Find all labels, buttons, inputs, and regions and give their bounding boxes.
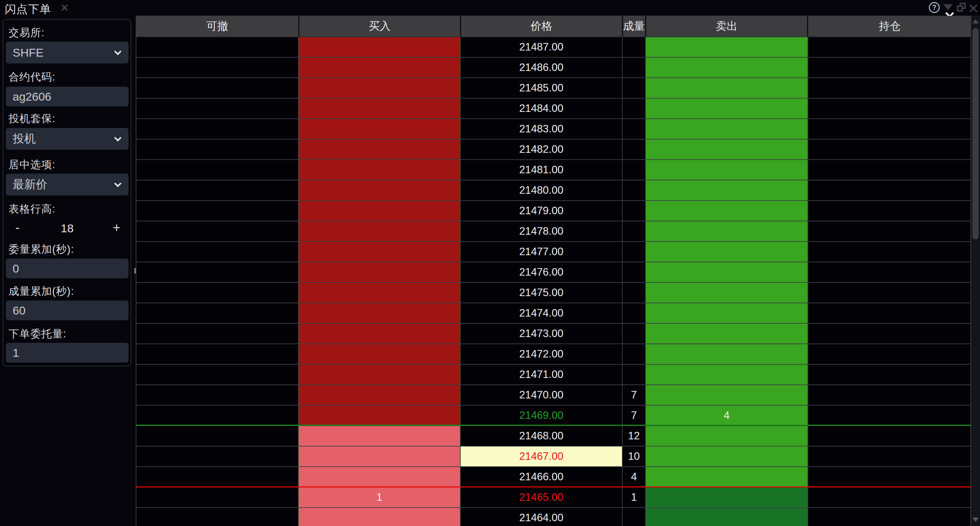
cancel-cell[interactable] bbox=[136, 324, 299, 344]
contract-code-field[interactable]: ag2606 bbox=[6, 87, 129, 107]
sell-cell[interactable]: 4 bbox=[646, 406, 808, 426]
cancel-cell[interactable] bbox=[136, 446, 299, 466]
sell-cell[interactable] bbox=[646, 262, 808, 282]
scroll-down-arrow-icon[interactable] bbox=[972, 518, 978, 522]
price-cell: 21466.00 bbox=[461, 467, 623, 487]
sell-cell[interactable] bbox=[646, 242, 808, 261]
sell-cell[interactable] bbox=[646, 180, 808, 200]
cancel-cell[interactable] bbox=[136, 140, 299, 159]
sell-cell[interactable] bbox=[646, 140, 808, 159]
sell-cell[interactable] bbox=[646, 385, 808, 405]
cancel-cell[interactable] bbox=[136, 488, 299, 507]
buy-cell[interactable] bbox=[299, 324, 461, 344]
sell-cell[interactable] bbox=[646, 488, 808, 507]
cancel-cell[interactable] bbox=[136, 222, 299, 241]
price-cell: 21481.00 bbox=[461, 160, 623, 180]
buy-cell[interactable] bbox=[299, 508, 461, 526]
restore-window-icon[interactable] bbox=[957, 3, 967, 13]
cancel-cell[interactable] bbox=[136, 426, 299, 446]
buy-cell[interactable] bbox=[299, 222, 461, 241]
buy-cell[interactable] bbox=[299, 262, 461, 282]
cancel-cell[interactable] bbox=[136, 508, 299, 526]
buy-cell[interactable] bbox=[299, 467, 461, 487]
sell-cell[interactable] bbox=[646, 426, 808, 446]
sell-cell[interactable] bbox=[646, 365, 808, 384]
sell-cell[interactable] bbox=[646, 57, 808, 77]
order-qty-field[interactable]: 1 bbox=[6, 343, 129, 363]
buy-cell[interactable] bbox=[299, 201, 461, 221]
buy-cell[interactable] bbox=[299, 99, 461, 118]
buy-cell[interactable] bbox=[299, 365, 461, 384]
ladder-row: 21484.00 bbox=[136, 98, 971, 118]
table-scrollbar[interactable] bbox=[971, 16, 980, 526]
buy-cell[interactable] bbox=[299, 283, 461, 303]
sell-cell[interactable] bbox=[646, 119, 808, 139]
sell-cell[interactable] bbox=[646, 78, 808, 98]
cancel-cell[interactable] bbox=[136, 160, 299, 180]
hedge-flag-select[interactable]: 投机 bbox=[6, 128, 129, 150]
sell-cell[interactable] bbox=[646, 222, 808, 241]
buy-cell[interactable] bbox=[299, 446, 461, 466]
order-volume-accum-field[interactable]: 0 bbox=[6, 258, 129, 278]
sell-cell[interactable] bbox=[646, 201, 808, 221]
cancel-cell[interactable] bbox=[136, 201, 299, 221]
sell-cell[interactable] bbox=[646, 99, 808, 118]
dropdown-triangle-icon[interactable] bbox=[943, 4, 953, 10]
cancel-cell[interactable] bbox=[136, 262, 299, 282]
scrollbar-thumb[interactable] bbox=[972, 28, 978, 239]
trade-volume-accum-field[interactable]: 60 bbox=[6, 301, 129, 320]
buy-cell[interactable] bbox=[299, 426, 461, 446]
sell-cell[interactable] bbox=[646, 283, 808, 303]
cancel-cell[interactable] bbox=[136, 242, 299, 261]
buy-cell[interactable] bbox=[299, 119, 461, 139]
center-option-select[interactable]: 最新价 bbox=[6, 174, 129, 196]
buy-cell[interactable] bbox=[299, 242, 461, 261]
buy-cell[interactable] bbox=[299, 160, 461, 180]
sell-cell[interactable] bbox=[646, 446, 808, 466]
cancel-cell[interactable] bbox=[136, 303, 299, 323]
buy-cell[interactable] bbox=[299, 303, 461, 323]
sell-cell[interactable] bbox=[646, 160, 808, 180]
buy-cell[interactable] bbox=[299, 344, 461, 364]
row-height-increase-button[interactable]: + bbox=[113, 220, 120, 235]
volume-cell bbox=[623, 180, 646, 200]
sell-cell[interactable] bbox=[646, 324, 808, 344]
buy-cell[interactable] bbox=[299, 180, 461, 200]
cancel-cell[interactable] bbox=[136, 467, 299, 487]
scroll-up-arrow-icon[interactable] bbox=[972, 19, 978, 24]
cancel-cell[interactable] bbox=[136, 78, 299, 98]
ladder-row: 21478.00 bbox=[136, 221, 971, 241]
buy-cell[interactable] bbox=[299, 78, 461, 98]
cancel-cell[interactable] bbox=[136, 406, 299, 426]
buy-cell[interactable] bbox=[299, 385, 461, 405]
trade-volume-accum-value: 60 bbox=[13, 304, 25, 317]
header-position: 持仓 bbox=[808, 16, 971, 37]
ladder-row: 21475.00 bbox=[136, 282, 971, 303]
sell-cell[interactable] bbox=[646, 467, 808, 487]
price-cell: 21464.00 bbox=[461, 508, 623, 526]
cancel-cell[interactable] bbox=[136, 385, 299, 405]
cancel-cell[interactable] bbox=[136, 283, 299, 303]
cancel-cell[interactable] bbox=[136, 57, 299, 77]
cancel-cell[interactable] bbox=[136, 365, 299, 384]
cancel-cell[interactable] bbox=[136, 180, 299, 200]
cancel-cell[interactable] bbox=[136, 119, 299, 139]
close-window-icon[interactable]: ✕ bbox=[968, 1, 979, 16]
sell-cell[interactable] bbox=[646, 303, 808, 323]
buy-cell[interactable] bbox=[299, 140, 461, 159]
cancel-cell[interactable] bbox=[136, 37, 299, 57]
sell-cell[interactable] bbox=[646, 508, 808, 526]
tab-close-icon[interactable]: ✕ bbox=[60, 2, 69, 14]
help-icon[interactable]: ? bbox=[929, 2, 940, 13]
cancel-cell[interactable] bbox=[136, 344, 299, 364]
sell-cell[interactable] bbox=[646, 37, 808, 57]
volume-cell bbox=[623, 99, 646, 118]
sell-cell[interactable] bbox=[646, 344, 808, 364]
exchange-select[interactable]: SHFE bbox=[6, 41, 129, 64]
cancel-cell[interactable] bbox=[136, 99, 299, 118]
buy-cell[interactable] bbox=[299, 406, 461, 426]
buy-cell[interactable] bbox=[299, 57, 461, 77]
buy-cell[interactable]: 1 bbox=[299, 488, 461, 507]
volume-cell: 7 bbox=[623, 406, 646, 426]
buy-cell[interactable] bbox=[299, 37, 461, 57]
